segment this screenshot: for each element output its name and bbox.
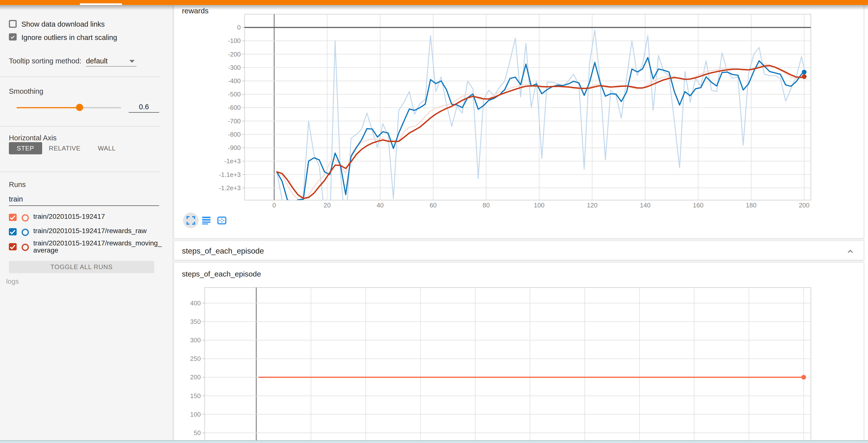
check-icon	[9, 243, 16, 250]
runs-label: Runs	[9, 180, 26, 188]
rewards-card: rewards 0204060801001201401601802000-100…	[174, 5, 864, 238]
x-tick-label: 200	[799, 201, 809, 208]
runs-filter-input[interactable]	[9, 195, 159, 206]
y-tick-label: -200	[228, 50, 241, 57]
y-tick-label: -900	[228, 144, 241, 151]
run-row: train/20201015-192417/rewards_moving_ave…	[0, 240, 173, 257]
x-tick-label: 20	[323, 201, 331, 208]
run-label: train/20201015-192417	[33, 213, 162, 220]
axis-option-wall[interactable]: WALL	[91, 142, 122, 154]
check-icon	[9, 213, 16, 221]
x-tick-label: 100	[534, 201, 545, 208]
settings-sidebar: Show data download links Ignore outliers…	[0, 5, 173, 443]
run-color-radio[interactable]	[22, 243, 29, 250]
y-tick-label: 350	[190, 318, 201, 325]
y-tick-label: -300	[228, 64, 241, 71]
ignore-outliers-label: Ignore outliers in chart scaling	[22, 33, 117, 41]
run-checkbox[interactable]	[9, 213, 16, 221]
smoothing-slider[interactable]	[17, 107, 121, 108]
expand-icon	[185, 215, 196, 226]
y-tick-label: 150	[190, 392, 201, 400]
rewards-line-chart[interactable]: 0204060801001201401601802000-100-200-300…	[174, 5, 864, 211]
ignore-outliers-checkbox[interactable]	[9, 33, 16, 40]
dropdown-caret-icon[interactable]	[129, 60, 135, 62]
axis-option-step[interactable]: STEP	[9, 142, 42, 154]
smoothing-slider-fill	[17, 107, 80, 108]
x-tick-label: 180	[746, 201, 756, 208]
run-row: train/20201015-192417/rewards_raw	[0, 228, 173, 238]
series-end-dot	[801, 375, 806, 380]
main-content: rewards 0204060801001201401601802000-100…	[173, 0, 868, 443]
y-tick-label: 50	[194, 430, 201, 436]
y-tick-label: -1.2e+3	[219, 184, 241, 191]
smoothing-slider-thumb[interactable]	[76, 104, 83, 111]
x-tick-label: 60	[430, 201, 437, 208]
y-tick-label: -1e+3	[224, 157, 241, 164]
divider	[0, 126, 160, 126]
top-app-bar	[0, 0, 868, 5]
y-tick-label: -700	[228, 117, 241, 124]
y-tick-label: 300	[190, 337, 201, 344]
y-tick-label: -400	[228, 77, 241, 84]
active-tab-underline	[80, 3, 122, 5]
divider	[0, 171, 160, 172]
tooltip-sorting-label: Tooltip sorting method:	[9, 56, 81, 65]
x-tick-label: 140	[640, 201, 650, 208]
check-icon	[9, 228, 16, 235]
x-tick-label: 0	[272, 201, 276, 208]
show-data-download-links-label: Show data download links	[22, 20, 105, 28]
tooltip-sorting-select[interactable]: default	[86, 56, 108, 65]
steps-section-title: steps_of_each_episode	[182, 246, 264, 255]
x-tick-label: 120	[587, 201, 597, 208]
dropdown-underline	[86, 66, 136, 66]
viewport-bottom-edge	[0, 440, 868, 443]
expand-card-button[interactable]	[183, 212, 199, 228]
horizontal-axis-label: Horizontal Axis	[9, 134, 57, 142]
run-label: train/20201015-192417/rewards_raw	[33, 228, 162, 235]
y-tick-label: 400	[190, 300, 201, 306]
y-tick-label: 250	[190, 355, 201, 362]
x-tick-label: 80	[483, 201, 490, 208]
y-tick-label: 200	[190, 374, 201, 381]
run-checkbox[interactable]	[9, 228, 16, 235]
series-line-raw	[277, 30, 804, 211]
y-tick-label: -800	[228, 131, 241, 138]
series-line-smoothed	[277, 65, 804, 198]
tensorboard-app: Show data download links Ignore outliers…	[0, 0, 868, 443]
logs-directory-label: logs	[6, 277, 19, 285]
fit-domain-button[interactable]	[214, 212, 230, 228]
steps-line-chart[interactable]: 40035030025020015010050	[174, 262, 864, 443]
run-checkbox[interactable]	[9, 243, 16, 250]
divider	[0, 76, 160, 77]
x-tick-label: 40	[377, 201, 384, 208]
y-tick-label: 100	[190, 411, 201, 418]
plot-border	[205, 288, 811, 443]
run-selector-icon	[201, 215, 212, 226]
run-color-radio[interactable]	[22, 228, 29, 236]
steps-section-header[interactable]: steps_of_each_episode	[174, 240, 864, 260]
y-tick-label: -600	[228, 104, 241, 111]
toggle-all-runs-button[interactable]: TOGGLE ALL RUNS	[9, 261, 154, 273]
chevron-up-icon[interactable]	[847, 248, 854, 255]
y-tick-label: -1.1e+3	[219, 171, 241, 178]
axis-option-relative[interactable]: RELATIVE	[49, 142, 80, 154]
run-label: train/20201015-192417/rewards_moving_ave…	[33, 239, 162, 255]
y-tick-label: 0	[237, 24, 241, 31]
series-end-dot	[802, 74, 806, 79]
run-selector-button[interactable]	[199, 212, 214, 228]
check-icon	[10, 34, 15, 39]
run-color-radio[interactable]	[22, 214, 29, 221]
fit-domain-icon	[216, 215, 227, 226]
show-data-download-links-checkbox[interactable]	[9, 20, 16, 27]
steps-card: steps_of_each_episode 400350300250200150…	[174, 262, 864, 443]
x-tick-label: 160	[693, 201, 703, 208]
run-row: train/20201015-192417	[0, 213, 173, 224]
y-tick-label: -500	[228, 91, 241, 97]
smoothing-value-input[interactable]	[129, 102, 159, 113]
y-tick-label: -100	[228, 37, 241, 44]
smoothing-label: Smoothing	[9, 87, 43, 95]
series-end-dot	[802, 69, 806, 74]
series-line-smoothed	[277, 57, 804, 202]
